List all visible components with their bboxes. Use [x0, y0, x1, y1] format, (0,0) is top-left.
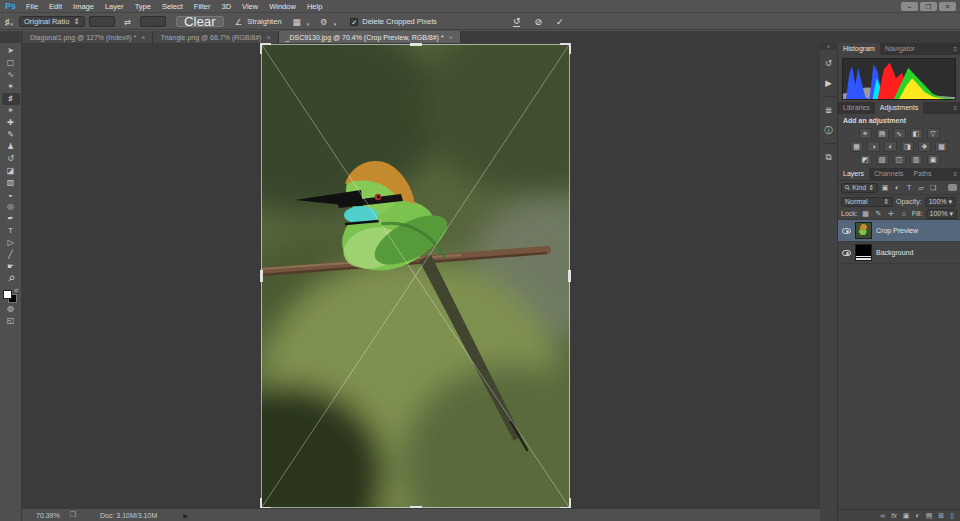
lock-pixels-icon[interactable]: ✎ [873, 210, 883, 218]
filter-adjustment-layers-icon[interactable]: ◐ [892, 184, 902, 191]
visibility-eye-icon[interactable] [842, 228, 851, 234]
canvas-area[interactable] [22, 43, 820, 508]
tab-paths[interactable]: Paths [909, 168, 937, 180]
menu-image[interactable]: Image [73, 2, 94, 11]
screen-mode-button[interactable]: ◱ [2, 315, 20, 327]
tab-histogram[interactable]: Histogram [838, 43, 880, 55]
crop-width-input[interactable] [89, 16, 115, 27]
overlay-options-icon[interactable]: ▦ [293, 17, 301, 27]
commit-crop-button[interactable]: ✓ [556, 17, 564, 27]
brightness-contrast-icon[interactable]: ☀ [859, 128, 872, 139]
tab-triangle[interactable]: Triangle.png @ 66.7% (RGB/8#) × [153, 31, 278, 43]
tab-channels[interactable]: Channels [869, 168, 909, 180]
menu-file[interactable]: File [26, 2, 38, 11]
hand-tool[interactable]: ☛ [2, 261, 20, 273]
actions-panel-icon[interactable]: ▶ [822, 76, 836, 90]
menu-window[interactable]: Window [269, 2, 296, 11]
filter-type-layers-icon[interactable]: T [904, 184, 914, 191]
magic-wand-tool[interactable]: ✶ [2, 81, 20, 93]
filter-pixel-layers-icon[interactable]: ▣ [880, 184, 890, 192]
dodge-tool[interactable]: ◎ [2, 201, 20, 213]
type-tool[interactable]: T [2, 225, 20, 237]
color-balance-icon[interactable]: ◑ [867, 141, 880, 152]
eyedropper-tool[interactable]: ✴ [2, 105, 20, 117]
new-adjustment-layer-icon[interactable]: ◐ [915, 510, 919, 521]
shape-tool[interactable]: ╱ [2, 249, 20, 261]
menu-select[interactable]: Select [162, 2, 183, 11]
menu-view[interactable]: View [242, 2, 258, 11]
eraser-tool[interactable]: ◪ [2, 165, 20, 177]
clone-stamp-tool[interactable]: ♟ [2, 141, 20, 153]
layer-thumbnail[interactable] [855, 244, 872, 261]
history-panel-icon[interactable]: ↺ [822, 56, 836, 70]
cancel-crop-button[interactable]: ⊘ [534, 17, 542, 27]
tab-adjustments[interactable]: Adjustments [875, 102, 924, 114]
swap-colors-icon[interactable]: ⇄ [14, 288, 18, 293]
menu-layer[interactable]: Layer [105, 2, 124, 11]
visibility-eye-icon[interactable] [842, 250, 851, 256]
clear-button[interactable]: Clear [176, 16, 224, 27]
layer-filter-kind-select[interactable]: ⚲ Kind ⇕ [841, 183, 878, 193]
marquee-tool[interactable]: ▢ [2, 57, 20, 69]
vibrance-icon[interactable]: ▽ [927, 128, 940, 139]
tool-preset-caret-icon[interactable]: ▾ [11, 21, 14, 27]
tab-navigator[interactable]: Navigator [880, 43, 920, 55]
move-tool[interactable]: ➤ [2, 45, 20, 57]
blur-tool[interactable]: ◒ [2, 189, 20, 201]
menu-help[interactable]: Help [307, 2, 322, 11]
zoom-level-field[interactable]: 70.39% [36, 512, 60, 519]
aspect-ratio-select[interactable]: Original Ratio ⇕ [19, 16, 85, 27]
exposure-icon[interactable]: ◧ [910, 128, 923, 139]
status-flyout-icon[interactable]: ▶ [183, 512, 188, 519]
gradient-map-icon[interactable]: ▥ [910, 154, 923, 165]
spot-healing-tool[interactable]: ✚ [2, 117, 20, 129]
new-group-icon[interactable]: ▤ [926, 510, 933, 521]
gradient-tool[interactable]: ▧ [2, 177, 20, 189]
menu-type[interactable]: Type [135, 2, 151, 11]
add-layer-mask-icon[interactable]: ▣ [903, 510, 910, 521]
photo-document[interactable] [261, 44, 570, 508]
tab-dsc9130[interactable]: _DSC9130.jpg @ 70.4% (Crop Preview, RGB/… [279, 31, 461, 43]
tab-layers[interactable]: Layers [838, 168, 869, 180]
delete-layer-icon[interactable]: ▯ [950, 510, 954, 521]
threshold-icon[interactable]: ◫ [893, 154, 906, 165]
filter-shape-layers-icon[interactable]: ▱ [916, 184, 926, 192]
black-white-icon[interactable]: ◐ [884, 141, 897, 152]
selective-color-icon[interactable]: ▣ [927, 154, 940, 165]
reset-crop-button[interactable]: ↺ [513, 17, 521, 27]
close-tab-icon[interactable]: × [266, 34, 270, 41]
levels-icon[interactable]: ▤ [876, 128, 889, 139]
foreground-color-swatch[interactable] [3, 290, 12, 299]
lock-transparent-icon[interactable]: ▩ [861, 210, 871, 218]
opacity-field[interactable]: 100% ▾ [925, 197, 956, 207]
panel-menu-icon[interactable]: ≡ [953, 43, 960, 55]
link-layers-icon[interactable]: ∞ [880, 510, 885, 521]
layer-filter-toggle[interactable] [948, 184, 957, 191]
new-layer-icon[interactable]: ⊞ [938, 510, 944, 521]
pen-tool[interactable]: ✒ [2, 213, 20, 225]
menu-edit[interactable]: Edit [49, 2, 62, 11]
panel-menu-icon[interactable]: ≡ [953, 168, 960, 180]
menu-3d[interactable]: 3D [221, 2, 231, 11]
swap-dimensions-icon[interactable]: ⇄ [124, 17, 131, 27]
tab-diagonal1[interactable]: Diagonal1.png @ 127% (Index#) * × [23, 31, 153, 43]
path-selection-tool[interactable]: ▷ [2, 237, 20, 249]
properties-panel-icon[interactable]: ≣ [822, 103, 836, 117]
color-lookup-icon[interactable]: ▩ [935, 141, 948, 152]
crop-height-input[interactable] [140, 16, 166, 27]
quick-mask-button[interactable]: ◍ [2, 303, 20, 315]
lock-all-icon[interactable]: ⌂ [899, 210, 909, 217]
photo-filter-icon[interactable]: ◨ [901, 141, 914, 152]
filter-smart-objects-icon[interactable]: ❏ [928, 184, 938, 192]
close-tab-icon[interactable]: × [449, 34, 453, 41]
layer-row-crop-preview[interactable]: Crop Preview [838, 220, 960, 242]
posterize-icon[interactable]: ▨ [876, 154, 889, 165]
fill-field[interactable]: 100% ▾ [926, 209, 957, 219]
curves-icon[interactable]: ∿ [893, 128, 906, 139]
lock-position-icon[interactable]: ✛ [886, 210, 896, 218]
crop-tool[interactable]: ♯ [2, 93, 20, 105]
info-panel-icon[interactable]: ⓘ [822, 123, 836, 137]
crop-settings-gear-icon[interactable]: ⚙ [320, 17, 328, 27]
close-tab-icon[interactable]: × [141, 34, 145, 41]
channel-mixer-icon[interactable]: ❖ [918, 141, 931, 152]
